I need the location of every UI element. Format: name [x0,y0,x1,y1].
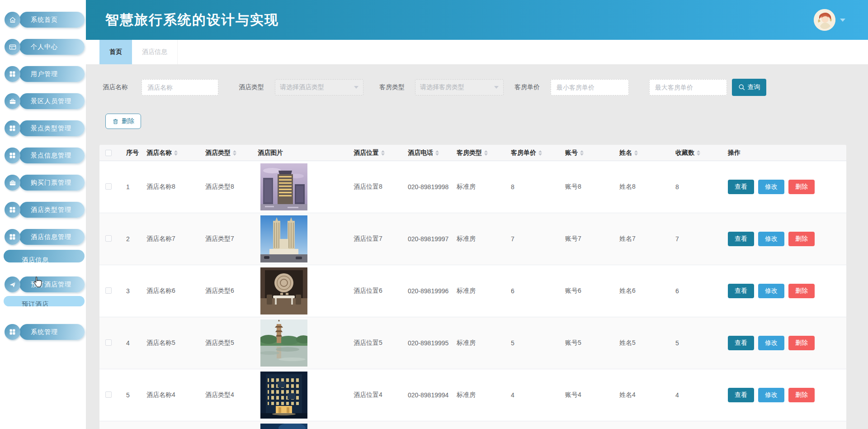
edit-button[interactable]: 修改 [758,180,784,194]
hotel-name-input[interactable] [142,79,218,95]
sidebar-item-scenic-staff-management[interactable]: 景区人员管理 [5,93,85,109]
row-checkbox[interactable] [105,391,112,398]
sidebar-subitem-book-hotel[interactable]: 预订酒店 [4,296,85,306]
sidebar: 系统首页 个人中心 用户管理 景区人员管理 景点类型管理 景点信息管理 购买门票… [0,0,86,429]
person-name: 姓名4 [618,391,672,399]
hotel-type: 酒店类型6 [203,287,258,295]
room-type: 标准房 [455,391,509,399]
hotel-phone: 020-89819994 [406,391,455,399]
column-header[interactable]: 收藏数 [672,149,726,157]
view-button[interactable]: 查看 [728,388,754,402]
table-header-row: 序号酒店名称酒店类型酒店图片酒店位置酒店电话客房类型客房单价账号姓名收藏数操作 [99,145,846,161]
sort-carets [381,150,385,156]
sidebar-item-system-management[interactable]: 系统管理 [5,324,85,340]
select-all-checkbox[interactable] [105,150,112,156]
column-header[interactable]: 酒店电话 [406,149,455,157]
tab-bar: 首页 酒店信息 [86,40,868,64]
view-button[interactable]: 查看 [728,336,754,350]
view-button[interactable]: 查看 [728,180,754,194]
hotel-phone: 020-89819997 [406,235,455,243]
edit-button[interactable]: 修改 [758,388,784,402]
max-price-input[interactable] [649,79,727,95]
app-root: 系统首页 个人中心 用户管理 景区人员管理 景点类型管理 景点信息管理 购买门票… [0,0,868,429]
sidebar-subitem-hotel-info[interactable]: 酒店信息 [4,250,85,262]
sidebar-item-ticket-purchase-management[interactable]: 购买门票管理 [5,175,85,191]
column-header: 序号 [120,149,145,157]
chevron-down-icon[interactable] [840,19,845,22]
hotel-image [260,372,307,419]
column-header[interactable]: 客房单价 [509,149,563,157]
view-button[interactable]: 查看 [728,232,754,246]
hotel-type-select[interactable]: 请选择酒店类型 [275,79,363,95]
hotel-image [260,267,307,315]
row-checkbox[interactable] [105,287,112,294]
room-price: 7 [509,235,563,243]
sort-carets [435,150,439,156]
trash-icon [112,118,119,125]
briefcase-icon [5,175,20,191]
delete-button[interactable]: 删除 [788,180,815,194]
column-header[interactable]: 酒店类型 [203,149,258,157]
delete-button[interactable]: 删除 [788,284,815,298]
grid-icon [5,148,20,163]
room-type: 标准房 [455,183,509,191]
column-header[interactable]: 姓名 [618,149,672,157]
tab-home[interactable]: 首页 [99,40,132,64]
sidebar-item-hotel-booking-management[interactable]: 预订酒店管理 [5,276,85,292]
account: 账号5 [563,339,618,347]
favorites-count: 4 [672,391,726,399]
edit-button[interactable]: 修改 [758,232,784,246]
favorites-count: 7 [672,235,726,243]
table-row: 5 酒店名称4 酒店类型4 酒店位置4 020-89819994 标准房 4 账… [99,369,846,421]
sidebar-item-user-management[interactable]: 用户管理 [5,66,85,82]
grid-icon [5,120,20,136]
min-price-input[interactable] [551,79,629,95]
batch-delete-button[interactable]: 删除 [105,114,141,129]
hotel-name: 酒店名称7 [145,235,203,243]
column-header: 酒店图片 [258,149,352,157]
column-header: 操作 [726,149,846,157]
column-header[interactable]: 酒店位置 [352,149,406,157]
sort-carets [174,150,178,156]
hotel-name: 酒店名称5 [145,339,203,347]
sidebar-item-personal-center[interactable]: 个人中心 [5,39,85,55]
sidebar-item-attraction-info-management[interactable]: 景点信息管理 [5,148,85,163]
briefcase-icon [5,93,20,109]
hotel-type: 酒店类型5 [203,339,258,347]
row-checkbox[interactable] [105,235,112,242]
delete-button[interactable]: 删除 [788,388,815,402]
chevron-down-icon [354,86,359,89]
row-checkbox[interactable] [105,183,112,190]
hotel-type: 酒店类型8 [203,183,258,191]
column-header[interactable]: 客房类型 [455,149,509,157]
table-row: 查看 修改 删除 [99,421,846,429]
person-name: 姓名5 [618,339,672,347]
account: 账号4 [563,391,618,399]
search-button[interactable]: 查询 [732,79,766,96]
sidebar-item-hotel-info-management[interactable]: 酒店信息管理 [5,229,85,245]
sidebar-item-hotel-type-management[interactable]: 酒店类型管理 [5,202,85,218]
avatar[interactable] [814,9,835,31]
sort-carets [697,150,700,156]
view-button[interactable]: 查看 [728,284,754,298]
hotel-name: 酒店名称6 [145,287,203,295]
grid-icon [5,202,20,218]
edit-button[interactable]: 修改 [758,284,784,298]
sort-carets [484,150,488,156]
delete-button[interactable]: 删除 [788,336,815,350]
edit-button[interactable]: 修改 [758,336,784,350]
column-header[interactable]: 账号 [563,149,618,157]
sidebar-item-system-home[interactable]: 系统首页 [5,12,85,28]
delete-button[interactable]: 删除 [788,232,815,246]
room-type-select[interactable]: 请选择客房类型 [415,79,504,95]
user-menu[interactable] [814,9,845,31]
account: 账号6 [563,287,618,295]
row-index: 1 [120,183,145,191]
hotel-type-label: 酒店类型 [239,83,264,91]
row-checkbox[interactable] [105,339,112,346]
sidebar-item-attraction-type-management[interactable]: 景点类型管理 [5,120,85,136]
tab-hotel-info[interactable]: 酒店信息 [132,40,178,64]
row-index: 5 [120,391,145,399]
app-header: 智慧旅行系统的设计与实现 [86,0,868,40]
column-header[interactable]: 酒店名称 [145,149,203,157]
